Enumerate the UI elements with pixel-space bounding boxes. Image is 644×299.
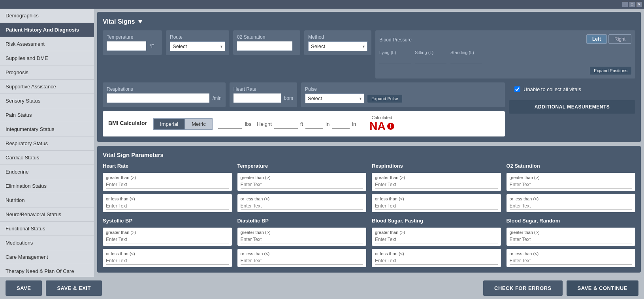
bmi-in2-unit: in [352,121,356,127]
method-select[interactable]: Select Pulse Ox Lab [308,41,367,51]
heart-rate-input[interactable] [233,93,281,103]
sidebar-item-prognosis[interactable]: Prognosis [0,65,94,80]
bp-right-button[interactable]: Right [608,34,631,44]
param-less-label: or less than (<) [510,251,633,256]
save-continue-button[interactable]: SAVE & CONTINUE [567,280,638,296]
param-less-label: or less than (<) [375,251,498,256]
sidebar-item-demographics[interactable]: Demographics [0,9,94,23]
param-greater-input[interactable] [375,181,498,189]
param-less-input[interactable] [375,257,498,265]
bp-standing-input[interactable] [450,56,482,64]
param-greater-input[interactable] [510,181,633,189]
param-greater-input[interactable] [510,236,633,243]
param-group-systollic-bp: Systollic BPgreater than (>)or less than… [103,218,232,267]
bp-left-button[interactable]: Left [586,34,607,44]
param-greater-group: greater than (>) [103,228,232,246]
bmi-weight-input[interactable] [218,119,242,129]
bmi-metric-button[interactable]: Metric [185,118,212,130]
respirations-input[interactable] [107,93,209,103]
route-select[interactable]: Select Oral Axillary Rectal Tympanic [170,41,225,51]
param-less-input[interactable] [106,257,229,265]
check-errors-button[interactable]: CHECK FOR ERRORS [483,280,563,296]
sidebar-item-nutrition[interactable]: Nutrition [0,193,94,207]
bmi-height-in1-input[interactable] [305,119,323,129]
param-less-group: or less than (<) [103,249,232,267]
sidebar-item-endocrine[interactable]: Endocrine [0,165,94,179]
bp-toggle: Left Right [586,34,631,44]
sidebar-item-neuro/behavioral-status[interactable]: Neuro/Behavioral Status [0,207,94,222]
o2-section: 02 Saturation [233,30,300,55]
pulse-select[interactable]: Select Regular Irregular [305,93,364,103]
save-exit-button[interactable]: SAVE & EXIT [46,280,102,296]
sidebar-item-integumentary-status[interactable]: Integumentary Status [0,122,94,136]
param-less-input[interactable] [106,202,229,210]
sidebar-item-supplies-and-dme[interactable]: Supplies and DME [0,51,94,65]
main-layout: DemographicsPatient History And Diagnosi… [0,9,644,277]
respirations-label: Respirations [107,86,222,92]
param-group-o2-saturation: O2 Saturationgreater than (>)or less tha… [507,163,636,212]
additional-measurements-button[interactable]: ADDITIONAL MEASUREMENTS [509,100,635,114]
param-less-label: or less than (<) [510,196,633,201]
sidebar-item-pain-status[interactable]: Pain Status [0,108,94,122]
bmi-height-ft-input[interactable] [274,119,298,129]
params-grid: Heart Rategreater than (>)or less than (… [103,163,635,267]
pulse-label: Pulse [305,86,501,92]
heart-icon: ♥ [138,17,143,26]
sidebar-item-care-management[interactable]: Care Management [0,250,94,264]
heart-rate-label: Heart Rate [233,86,293,92]
sidebar-item-therapy-need-&-plan-of-care[interactable]: Therapy Need & Plan Of Care [0,264,94,277]
param-less-group: or less than (<) [507,194,636,212]
minimize-button[interactable]: _ [622,2,628,7]
method-label: Method [308,34,367,40]
bmi-warning-icon: ! [387,123,394,130]
temperature-input[interactable] [107,41,146,51]
sidebar-item-respiratory-status[interactable]: Respiratory Status [0,136,94,151]
param-greater-input[interactable] [241,236,363,243]
bmi-imperial-button[interactable]: Imperial [153,118,185,130]
param-group-respirations: Respirationsgreater than (>)or less than… [372,163,501,212]
sidebar-item-supportive-assistance[interactable]: Supportive Assistance [0,80,94,94]
bmi-height-in2-input[interactable] [332,119,350,129]
bp-lying-input[interactable] [379,56,411,64]
save-button[interactable]: SAVE [6,280,42,296]
sidebar-item-elimination-status[interactable]: Elimination Status [0,179,94,193]
sidebar-item-sensory-status[interactable]: Sensory Status [0,94,94,108]
o2-input[interactable] [237,41,292,51]
param-less-input[interactable] [241,257,363,265]
bp-sitting-input[interactable] [415,56,446,64]
param-less-group: or less than (<) [103,194,232,212]
respirations-section: Respirations /min [103,82,226,107]
param-greater-input[interactable] [106,236,229,243]
param-group-temperature: Temperaturegreater than (>)or less than … [237,163,367,212]
param-greater-input[interactable] [375,236,498,243]
unable-vitals-checkbox-section: Unable to collect all vitals [509,82,635,96]
param-greater-group: greater than (>) [507,173,636,191]
bmi-toggle: Imperial Metric [153,118,213,130]
sidebar-item-patient-history-and-diagnosis[interactable]: Patient History And Diagnosis [0,23,94,37]
expand-positions-button[interactable]: Expand Positions [590,67,631,75]
sidebar-item-functional-status[interactable]: Functional Status [0,222,94,236]
param-less-input[interactable] [510,202,633,210]
title-bar: _ □ ✕ [0,0,644,9]
temperature-unit: °F [149,43,154,49]
maximize-button[interactable]: □ [629,2,635,7]
param-greater-input[interactable] [241,181,363,189]
param-less-input[interactable] [241,202,363,210]
o2-label: 02 Saturation [237,34,296,40]
expand-pulse-button[interactable]: Expand Pulse [367,95,402,103]
param-greater-group: greater than (>) [237,173,367,191]
param-less-group: or less than (<) [237,249,367,267]
param-less-group: or less than (<) [372,194,501,212]
param-less-input[interactable] [375,202,498,210]
param-greater-input[interactable] [106,181,229,189]
param-less-input[interactable] [510,257,633,265]
bmi-weight-unit: lbs [245,121,252,127]
close-button[interactable]: ✕ [636,2,642,7]
sidebar-item-cardiac-status[interactable]: Cardiac Status [0,151,94,165]
method-select-wrapper: Select Pulse Ox Lab [308,41,367,51]
param-group-label: Systollic BP [103,218,232,224]
unable-vitals-checkbox[interactable] [514,86,520,92]
param-greater-label: greater than (>) [106,230,229,235]
sidebar-item-risk-assessment[interactable]: Risk Assessment [0,37,94,51]
sidebar-item-medications[interactable]: Medications [0,236,94,250]
